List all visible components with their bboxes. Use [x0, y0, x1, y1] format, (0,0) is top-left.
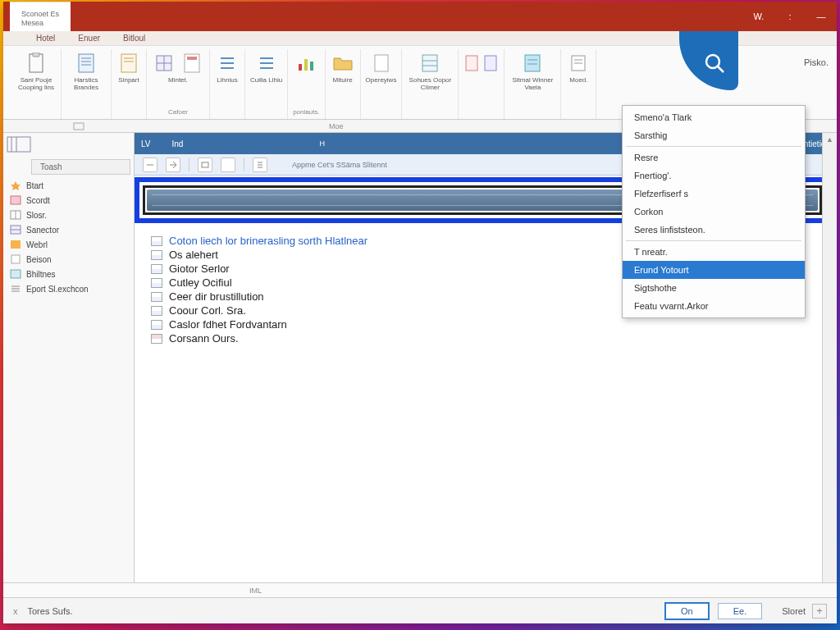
folder-icon: [331, 51, 355, 75]
scroll-up-icon[interactable]: ▲: [823, 133, 837, 146]
ruler-more: Moe: [329, 122, 344, 130]
svg-rect-24: [422, 55, 437, 71]
svg-rect-49: [11, 270, 21, 278]
clipboard-icon: [24, 51, 48, 75]
ruler-square-icon: [73, 122, 84, 130]
side-item[interactable]: Scordt: [3, 193, 134, 208]
menu-item[interactable]: Enuer: [78, 34, 100, 43]
tool-btn[interactable]: [221, 158, 235, 172]
ribbon-group[interactable]: [459, 49, 504, 119]
ribbon-group[interactable]: Harstics Brandes: [62, 49, 112, 119]
chart-icon: [294, 51, 318, 75]
context-menu-item[interactable]: Seres linfiststeon.: [623, 221, 805, 239]
checkbox-icon: [151, 278, 162, 288]
ribbon-group[interactable]: Sani Pooje Cooping lins: [11, 49, 62, 119]
checkbox-icon: [151, 306, 162, 316]
status-left: Tores Sufs.: [28, 606, 73, 616]
svg-rect-42: [11, 196, 21, 204]
side-panel: Toash Btart Scordt Slosr. Sanector Webrl…: [3, 133, 135, 582]
side-item[interactable]: Webrl: [3, 237, 134, 252]
mini-doc-icon: [463, 51, 480, 75]
statusbar: x Tores Sufs. On Ee. Sloret +: [3, 597, 837, 623]
doc-icon: [116, 51, 141, 75]
ribbon-footer: Cafoer: [168, 108, 188, 117]
doc-line[interactable]: Corsann Ours.: [151, 332, 837, 345]
blue-box-icon: [10, 269, 21, 279]
svg-rect-28: [485, 56, 496, 71]
ribbon-group[interactable]: Cuilia Llhiu: [245, 49, 288, 119]
window-min[interactable]: W.: [743, 2, 774, 31]
ribbon-group[interactable]: ponlauts.: [288, 49, 325, 119]
search-bubble[interactable]: [679, 31, 738, 90]
pink-box-icon: [10, 195, 21, 205]
doc-chrome-tab[interactable]: LV: [141, 139, 151, 148]
tool-btn[interactable]: [143, 158, 158, 172]
svg-rect-48: [11, 255, 20, 263]
context-menu-item[interactable]: T nreatr.: [623, 243, 805, 261]
context-menu-item[interactable]: Fnertiog'.: [623, 167, 805, 185]
ribbon-group[interactable]: Sinpart: [112, 49, 147, 119]
context-menu-item[interactable]: Sarsthig: [623, 126, 805, 144]
side-tab[interactable]: Toash: [31, 159, 130, 175]
checkbox-icon: [151, 264, 162, 274]
tool-btn[interactable]: [253, 158, 267, 172]
title-tab-line1: Sconoet Es: [21, 10, 59, 18]
ribbon-group[interactable]: Lihnius: [210, 49, 245, 119]
bottom-label: IML: [249, 587, 262, 595]
side-item[interactable]: Sanector: [3, 222, 134, 237]
window-sep[interactable]: :: [774, 2, 806, 31]
ok-button[interactable]: On: [664, 602, 710, 620]
menu-item[interactable]: Hotel: [36, 34, 55, 43]
ribbon-group[interactable]: Moed.: [561, 49, 596, 119]
ribbon-right-label[interactable]: Pisko.: [804, 57, 829, 67]
doc-line[interactable]: Caslor fdhet Fordvantarn: [151, 318, 837, 331]
context-menu-item-hover[interactable]: Erund Yotourt: [623, 261, 805, 279]
doc-chrome-tab[interactable]: Ind: [172, 139, 184, 148]
svg-rect-6: [121, 54, 136, 72]
ribbon-group[interactable]: Opereyiws: [361, 49, 403, 119]
side-item[interactable]: Eport Sl.exchcon: [3, 281, 134, 296]
ribbon-label: Lihnius: [217, 77, 237, 84]
ribbon-group[interactable]: Sohues Oopor Climer: [402, 49, 459, 119]
context-menu: Smeno'a Tlark Sarsthig Resre Fnertiog'. …: [622, 105, 806, 318]
exit-button[interactable]: Ee.: [718, 603, 763, 619]
sheet-icon: [418, 51, 442, 75]
ribbon-label: Mituire: [333, 77, 353, 84]
context-menu-item[interactable]: Featu vvarnt.Arkor: [623, 297, 805, 315]
context-menu-item[interactable]: Smeno'a Tlark: [623, 108, 805, 126]
ribbon-group[interactable]: Sitmal Winner Vaela: [504, 49, 561, 119]
ribbon-label: Opereyiws: [366, 77, 397, 84]
side-item[interactable]: Slosr.: [3, 208, 134, 222]
grid-icon: [10, 210, 21, 220]
ribbon-label: Harstics Brandes: [66, 77, 106, 92]
context-menu-item[interactable]: Corkon: [623, 203, 805, 221]
ribbon-label: Sinpart: [118, 77, 139, 84]
context-menu-item[interactable]: Sigtshothe: [623, 279, 805, 297]
ribbon-footer: ponlauts.: [293, 108, 319, 117]
share-label[interactable]: Sloret: [782, 606, 806, 616]
context-menu-item[interactable]: Resre: [623, 148, 805, 167]
ribbon-label: Sani Pooje Cooping lins: [16, 77, 56, 92]
grid-icon: [152, 51, 176, 75]
svg-rect-29: [525, 55, 540, 71]
side-item[interactable]: Beison: [3, 252, 134, 267]
side-item[interactable]: Bhiltnes: [3, 267, 134, 281]
tool-btn[interactable]: [166, 158, 180, 172]
menu-item[interactable]: Bitloul: [123, 34, 145, 43]
checkbox-icon: [151, 320, 162, 330]
svg-rect-47: [11, 240, 21, 249]
svg-rect-38: [7, 137, 30, 152]
vertical-scrollbar[interactable]: ▲: [822, 133, 837, 582]
tool-btn[interactable]: [198, 158, 212, 172]
window-dash[interactable]: —: [806, 2, 837, 31]
context-menu-item[interactable]: Flefzerfiserf s: [623, 185, 805, 203]
checkbox-icon: [151, 334, 162, 344]
title-tab[interactable]: Sconoet Es Mesea: [10, 2, 71, 31]
plus-button[interactable]: +: [812, 604, 827, 619]
ribbon-group[interactable]: Mituire: [326, 49, 361, 119]
ribbon-group[interactable]: Mintet. Cafoer: [147, 49, 210, 119]
ribbon-label: Cuilia Llhiu: [250, 77, 282, 84]
ribbon-label: Sitmal Winner Vaela: [509, 77, 555, 92]
menu-separator: [626, 146, 801, 147]
side-item[interactable]: Btart: [3, 178, 134, 193]
